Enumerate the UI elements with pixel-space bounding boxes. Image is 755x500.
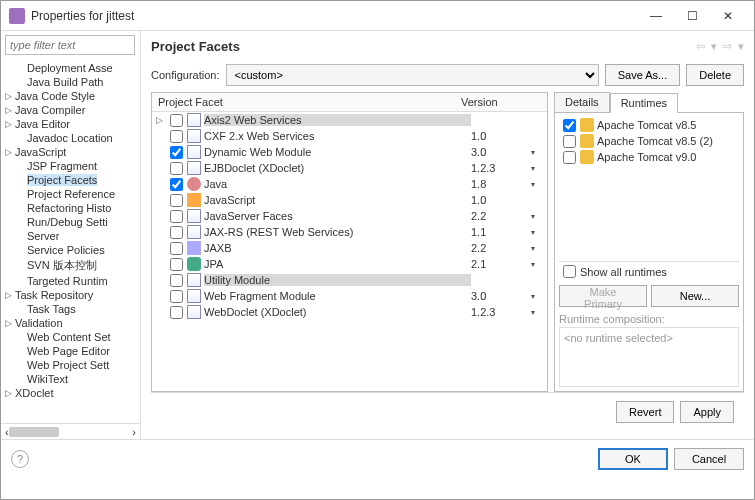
delete-button[interactable]: Delete [686, 64, 744, 86]
runtime-comp-box: <no runtime selected> [559, 327, 739, 387]
back-icon[interactable]: ⇦ [696, 40, 705, 53]
facet-icon [187, 289, 201, 303]
tree-item[interactable]: Task Tags [1, 302, 140, 316]
facet-checkbox[interactable] [170, 130, 183, 143]
tree-item[interactable]: SVN 版本控制 [1, 257, 140, 274]
tree-item[interactable]: ▷JavaScript [1, 145, 140, 159]
runtime-row[interactable]: Apache Tomcat v8.5 [559, 117, 739, 133]
maximize-button[interactable]: ☐ [674, 2, 710, 30]
tree-item[interactable]: ▷Java Editor [1, 117, 140, 131]
tab-details[interactable]: Details [554, 92, 610, 112]
facets-list[interactable]: ▷Axis2 Web ServicesCXF 2.x Web Services1… [152, 112, 547, 391]
runtime-checkbox[interactable] [563, 151, 576, 164]
close-button[interactable]: ✕ [710, 2, 746, 30]
tree-item[interactable]: Project Reference [1, 187, 140, 201]
tree-item[interactable]: Web Project Sett [1, 358, 140, 372]
facet-checkbox[interactable] [170, 306, 183, 319]
runtime-row[interactable]: Apache Tomcat v9.0 [559, 149, 739, 165]
tree-item[interactable]: Refactoring Histo [1, 201, 140, 215]
facet-icon [187, 257, 201, 271]
col-facet: Project Facet [158, 96, 461, 108]
facet-row[interactable]: WebDoclet (XDoclet)1.2.3▾ [152, 304, 547, 320]
show-all-checkbox[interactable] [563, 265, 576, 278]
tree-item[interactable]: WikiText [1, 372, 140, 386]
facet-checkbox[interactable] [170, 114, 183, 127]
app-icon [9, 8, 25, 24]
facet-row[interactable]: JavaScript1.0 [152, 192, 547, 208]
tree-item[interactable]: JSP Fragment [1, 159, 140, 173]
sidebar: Deployment AsseJava Build Path▷Java Code… [1, 31, 141, 439]
tree-item[interactable]: ▷Java Code Style [1, 89, 140, 103]
tree-item[interactable]: ▷Validation [1, 316, 140, 330]
content-panel: Project Facets ⇦▾ ⇨▾ Configuration: <cus… [141, 31, 754, 439]
facet-row[interactable]: EJBDoclet (XDoclet)1.2.3▾ [152, 160, 547, 176]
facet-row[interactable]: JavaServer Faces2.2▾ [152, 208, 547, 224]
facet-checkbox[interactable] [170, 242, 183, 255]
runtime-checkbox[interactable] [563, 119, 576, 132]
facet-checkbox[interactable] [170, 146, 183, 159]
tab-runtimes[interactable]: Runtimes [610, 93, 678, 113]
new-runtime-button[interactable]: New... [651, 285, 739, 307]
runtime-row[interactable]: Apache Tomcat v8.5 (2) [559, 133, 739, 149]
tree-item[interactable]: Server [1, 229, 140, 243]
facet-icon [187, 161, 201, 175]
runtimes-panel: Details Runtimes Apache Tomcat v8.5Apach… [554, 92, 744, 392]
tomcat-icon [580, 150, 594, 164]
nav-tree[interactable]: Deployment AsseJava Build Path▷Java Code… [1, 59, 140, 423]
facet-row[interactable]: Java1.8▾ [152, 176, 547, 192]
config-label: Configuration: [151, 69, 220, 81]
facet-checkbox[interactable] [170, 274, 183, 287]
runtime-comp-label: Runtime composition: [559, 313, 739, 325]
facet-checkbox[interactable] [170, 226, 183, 239]
revert-button[interactable]: Revert [616, 401, 674, 423]
facet-icon [187, 305, 201, 319]
show-all-label: Show all runtimes [580, 266, 667, 278]
facet-icon [187, 193, 201, 207]
make-primary-button[interactable]: Make Primary [559, 285, 647, 307]
tree-scrollbar[interactable]: ‹› [1, 423, 140, 439]
facet-checkbox[interactable] [170, 290, 183, 303]
cancel-button[interactable]: Cancel [674, 448, 744, 470]
tree-item[interactable]: Targeted Runtim [1, 274, 140, 288]
filter-input[interactable] [5, 35, 135, 55]
facet-icon [187, 145, 201, 159]
facet-checkbox[interactable] [170, 210, 183, 223]
facet-row[interactable]: CXF 2.x Web Services1.0 [152, 128, 547, 144]
facet-icon [187, 225, 201, 239]
runtime-checkbox[interactable] [563, 135, 576, 148]
tree-item[interactable]: Java Build Path [1, 75, 140, 89]
facet-checkbox[interactable] [170, 258, 183, 271]
tree-item[interactable]: Run/Debug Setti [1, 215, 140, 229]
help-icon[interactable]: ? [11, 450, 29, 468]
facet-checkbox[interactable] [170, 178, 183, 191]
tree-item[interactable]: Web Page Editor [1, 344, 140, 358]
tomcat-icon [580, 118, 594, 132]
facet-row[interactable]: Dynamic Web Module3.0▾ [152, 144, 547, 160]
facet-row[interactable]: JAX-RS (REST Web Services)1.1▾ [152, 224, 547, 240]
runtime-list[interactable]: Apache Tomcat v8.5Apache Tomcat v8.5 (2)… [559, 117, 739, 257]
facet-icon [187, 273, 201, 287]
facet-row[interactable]: Utility Module [152, 272, 547, 288]
config-select[interactable]: <custom> [226, 64, 599, 86]
page-title: Project Facets [151, 39, 696, 54]
tree-item[interactable]: Service Policies [1, 243, 140, 257]
ok-button[interactable]: OK [598, 448, 668, 470]
facet-row[interactable]: JAXB2.2▾ [152, 240, 547, 256]
tree-item[interactable]: ▷Task Repository [1, 288, 140, 302]
tree-item[interactable]: Project Facets [1, 173, 140, 187]
tree-item[interactable]: Deployment Asse [1, 61, 140, 75]
facet-row[interactable]: Web Fragment Module3.0▾ [152, 288, 547, 304]
facet-row[interactable]: JPA2.1▾ [152, 256, 547, 272]
apply-button[interactable]: Apply [680, 401, 734, 423]
save-as-button[interactable]: Save As... [605, 64, 681, 86]
facet-checkbox[interactable] [170, 162, 183, 175]
forward-icon[interactable]: ⇨ [723, 40, 732, 53]
facet-checkbox[interactable] [170, 194, 183, 207]
titlebar: Properties for jittest — ☐ ✕ [1, 1, 754, 31]
facet-row[interactable]: ▷Axis2 Web Services [152, 112, 547, 128]
tree-item[interactable]: Javadoc Location [1, 131, 140, 145]
tree-item[interactable]: ▷Java Compiler [1, 103, 140, 117]
tree-item[interactable]: ▷XDoclet [1, 386, 140, 400]
tree-item[interactable]: Web Content Set [1, 330, 140, 344]
minimize-button[interactable]: — [638, 2, 674, 30]
